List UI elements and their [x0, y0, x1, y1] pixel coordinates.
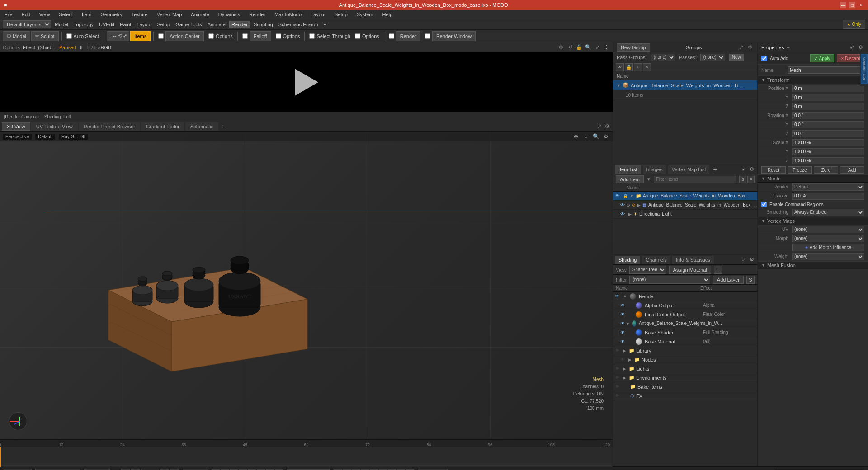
tab-shading[interactable]: Shading	[615, 256, 640, 264]
render-dropdown[interactable]: Default	[792, 183, 864, 191]
cache-deformers-button[interactable]: Cache Deformers	[287, 469, 330, 470]
select-through-checkbox[interactable]	[309, 33, 315, 39]
itemlist-f-button[interactable]: F	[747, 176, 755, 183]
shading-view-select[interactable]: Shader Tree	[629, 266, 666, 274]
timeline-track[interactable]	[0, 447, 613, 467]
pos-y-field[interactable]	[792, 94, 864, 101]
tab-images[interactable]: Images	[643, 165, 666, 174]
sh-row-nodes[interactable]: 👁 ▶ 📁 Nodes	[613, 355, 757, 364]
auto-add-checkbox[interactable]	[761, 56, 767, 61]
render-more-icon[interactable]: ⋮	[603, 44, 610, 51]
layout-tab-topology[interactable]: Topology	[72, 21, 95, 28]
options3-checkbox[interactable]	[355, 33, 360, 39]
layout-tab-add[interactable]: +	[321, 21, 328, 28]
layout-tab-game-tools[interactable]: Game Tools	[174, 21, 204, 28]
uv-dropdown[interactable]: (none)	[792, 226, 864, 233]
render-lock-icon[interactable]: 🔒	[576, 44, 583, 51]
groups-add-button[interactable]: +	[634, 63, 642, 71]
render-expand-icon[interactable]: ⤢	[594, 44, 601, 51]
sh-expand-env[interactable]: ▶	[623, 376, 626, 380]
vp-expand-icon[interactable]: ⤢	[595, 123, 603, 130]
vp-snap-icon[interactable]: ⊕	[572, 132, 580, 141]
model-mode-button[interactable]: ⬡ Model	[3, 31, 30, 41]
props-gear-icon[interactable]: ⚙	[857, 44, 864, 51]
falloff-button[interactable]: Falloff	[250, 31, 271, 41]
rot-z-field[interactable]	[792, 130, 864, 137]
props-expand-icon[interactable]: ⤢	[848, 44, 855, 51]
animated-button[interactable]: Animated	[84, 469, 109, 470]
tab-item-list[interactable]: Item List	[615, 165, 641, 174]
sh-row-base-shader[interactable]: 👁 Base Shader Full Shading	[613, 328, 757, 337]
menu-texture[interactable]: Texture	[130, 11, 150, 18]
vmap-expand-icon[interactable]: ▼	[761, 219, 765, 223]
smoothing-dropdown[interactable]: Always Enabled	[792, 209, 864, 216]
layout-tab-paint[interactable]: Paint	[118, 21, 133, 28]
menu-render[interactable]: Render	[247, 11, 267, 18]
star-only-button[interactable]: ★ Only	[843, 20, 865, 29]
timeline-playhead[interactable]	[0, 447, 1, 467]
dissolve-field[interactable]	[792, 193, 864, 200]
cmd-regions-checkbox[interactable]	[761, 202, 767, 207]
viewport-3d[interactable]: Perspective Default Ray GL: Off ⊕ ○ 🔍 ⚙	[0, 132, 613, 439]
itemlist-expand-icon[interactable]: ⤢	[740, 166, 747, 173]
sh-row-library[interactable]: 👁 ▶ 📁 Library	[613, 346, 757, 355]
layout-tab-setup[interactable]: Setup	[155, 21, 172, 28]
groups-lock-button[interactable]: 🔒	[625, 63, 633, 71]
command-input[interactable]	[774, 469, 864, 470]
add-morph-influence-button[interactable]: + Add Morph Influence	[792, 244, 864, 251]
layout-tab-scripting[interactable]: Scripting	[252, 21, 275, 28]
layout-tab-model[interactable]: Model	[53, 21, 70, 28]
filter-items-input[interactable]	[654, 176, 736, 183]
shading-s-button[interactable]: S	[746, 276, 755, 284]
assign-material-button[interactable]: Assign Material	[669, 266, 711, 274]
sh-row-lights[interactable]: 👁 ▶ 📁 Lights	[613, 364, 757, 373]
groups-row-main[interactable]: ▼ 📦 Antique_Balance_Scale_Weights_in_Woo…	[613, 80, 757, 90]
settings-button[interactable]: ⚙ Settings	[418, 469, 448, 470]
maximize-button[interactable]: □	[849, 2, 855, 8]
tab-render-preset-browser[interactable]: Render Preset Browser	[79, 122, 140, 131]
minimize-button[interactable]: —	[840, 2, 846, 8]
menu-animate[interactable]: Animate	[189, 11, 211, 18]
prev-frame-button[interactable]: ◀	[131, 469, 140, 470]
vp-gear-icon[interactable]: ⚙	[604, 123, 611, 130]
vp-zoom-icon[interactable]: 🔍	[592, 132, 600, 141]
sh-row-alpha[interactable]: 👁 Alpha Output Alpha	[613, 301, 757, 310]
menu-help[interactable]: Help	[380, 11, 394, 18]
tab-vertex-map-list[interactable]: Vertex Map List	[668, 165, 710, 174]
transform-expand-icon[interactable]: ▼	[761, 78, 765, 82]
render-button[interactable]: Render	[396, 31, 420, 41]
sh-expand-matgroup[interactable]: ▶	[627, 321, 630, 326]
menu-system[interactable]: System	[355, 11, 375, 18]
render-settings-icon[interactable]: ⚙	[557, 44, 565, 51]
skip-to-start-button[interactable]: ⏮	[121, 469, 130, 470]
shading-expand-icon[interactable]: ⤢	[740, 256, 747, 263]
layout-dropdown[interactable]: Default Layouts	[3, 20, 51, 28]
menu-file[interactable]: File	[3, 11, 14, 18]
items-button[interactable]: Items	[130, 31, 151, 41]
groups-gear-icon[interactable]: ⚙	[746, 44, 754, 51]
rot-x-field[interactable]	[792, 112, 864, 119]
menu-item[interactable]: Item	[80, 11, 93, 18]
name-prop-field[interactable]	[788, 66, 864, 74]
auto-select-checkbox[interactable]	[66, 33, 72, 39]
add-item-button[interactable]: Add Item	[616, 175, 644, 183]
pos-x-field[interactable]	[792, 85, 864, 92]
morph-dropdown[interactable]: (none)	[792, 235, 864, 242]
sh-expand-nodes[interactable]: ▶	[628, 357, 632, 362]
sh-row-base-material[interactable]: 👁 Base Material (all)	[613, 337, 757, 346]
audio-button[interactable]: ♪ 🎵 Audio	[4, 469, 32, 470]
action-center-button[interactable]: Action Center	[165, 31, 204, 41]
rot-y-field[interactable]	[792, 121, 864, 128]
freeze-button[interactable]: Freeze	[788, 166, 812, 174]
sh-row-environments[interactable]: 👁 ▶ 📁 Environments	[613, 373, 757, 382]
scale-y-field[interactable]	[792, 148, 864, 155]
close-button[interactable]: ×	[858, 2, 864, 8]
add-layer-button[interactable]: Add Layer	[713, 276, 744, 284]
layout-tab-schematic[interactable]: Schematic Fusion	[277, 21, 320, 28]
graph-editor-button[interactable]: 📈 📈 Graph Editor	[35, 469, 80, 470]
sh-row-bake-items[interactable]: 👁 📁 Bake Items	[613, 382, 757, 391]
sh-row-material-group[interactable]: 👁 ▶ Antique_Balance_Scale_Weights_in_W..…	[613, 319, 757, 328]
scale-z-field[interactable]	[792, 157, 864, 164]
groups-delete-button[interactable]: ×	[643, 63, 651, 71]
add-button[interactable]: Add	[840, 166, 864, 174]
